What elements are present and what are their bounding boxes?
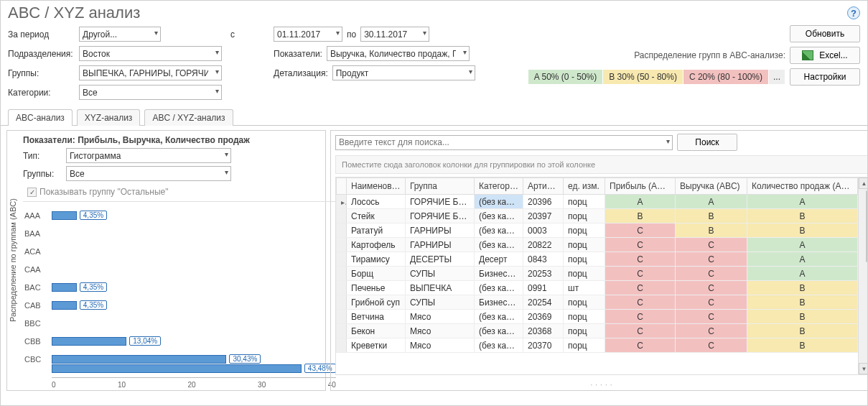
period-select[interactable] [79,27,161,42]
detail-label: Детализация: [274,68,328,78]
abc-cell: C [676,238,747,252]
table-row[interactable]: БеконМясо(без кате...20368порцCCB [337,324,858,338]
chip-more[interactable]: ... [769,70,785,84]
col-category[interactable]: Категория [475,178,523,195]
tab-xyz[interactable]: XYZ-анализ [77,109,141,126]
chart-groups-select[interactable] [66,166,231,181]
abc-cell: C [605,310,676,324]
col-unit[interactable]: ед. изм. [564,178,605,195]
abc-cell: C [676,252,747,267]
chip-c[interactable]: C 20% (80 - 100%) [683,70,769,84]
tab-abcxyz[interactable]: ABC / XYZ-анализ [144,109,233,126]
group-hint[interactable]: Поместите сюда заголовок колонки для гру… [335,155,868,174]
cell: 0843 [523,252,564,267]
from-date[interactable] [274,27,342,42]
bar [52,337,126,346]
cell: (без кате... [475,310,523,324]
cell: порц [564,338,605,353]
bar-category-label: ACA [24,247,49,256]
abc-cell: C [605,338,676,353]
col-revenue-abc[interactable]: Выручка (ABC) [676,178,747,195]
groups-label: Группы: [8,68,75,78]
abc-cell: C [676,324,747,338]
abc-cell: C [605,324,676,338]
abc-cell: A [747,238,858,252]
table-row[interactable]: Грибной супСУПЫБизнес-л...20254порцCCB [337,295,858,310]
indicator-label: Показатели: [274,49,322,59]
groups-select[interactable] [79,65,222,80]
cell: (без кате... [475,223,523,238]
cell: Креветки [347,338,406,353]
table-row[interactable]: ПеченьеВЫПЕЧКА(без кате...0991штCCB [337,281,858,295]
bar-category-label: CBC [24,355,49,364]
bar-row: 43,48% [52,359,336,377]
col-article[interactable]: Артикул [523,178,564,195]
search-input[interactable] [335,135,673,150]
refresh-button[interactable]: Обновить [790,25,860,42]
chip-b[interactable]: B 30% (50 - 80%) [603,70,683,84]
cell: ГОРЯЧИЕ БЛЮДА [406,209,475,223]
abc-cell: B [747,281,858,295]
search-button[interactable]: Поиск [677,134,737,151]
table-row[interactable]: БорщСУПЫБизнес-л...20253порцCCA [337,267,858,281]
abc-cell: A [747,267,858,281]
chip-a[interactable]: A 50% (0 - 50%) [528,70,603,84]
splitter-handle[interactable]: ····· [331,379,868,390]
table-row[interactable]: ТирамисуДЕСЕРТЫДесерт0843порцCCA [337,252,858,267]
show-other-label: Показывать группу "Остальные" [39,187,169,197]
cell: Грибной суп [347,295,406,310]
abc-cell: A [747,195,858,209]
scroll-up-icon[interactable]: ▲ [859,177,868,189]
table-row[interactable]: КреветкиМясо(без кате...20370порцCCB [337,338,858,353]
detail-select[interactable] [332,65,475,80]
bar-row: CAB4,35% [52,296,336,314]
abc-cell: C [676,281,747,295]
bar-row: BBC [52,314,336,332]
cell: порц [564,209,605,223]
col-profit-abc[interactable]: Прибыль (ABC) [605,178,676,195]
cell: 0991 [523,281,564,295]
table-row[interactable]: ▸ЛососьГОРЯЧИЕ БЛЮДА(без кате...20396пор… [337,195,858,209]
division-select[interactable] [79,46,222,61]
to-label: по [347,29,356,40]
cell: порц [564,310,605,324]
categories-select[interactable] [79,85,222,100]
table-row[interactable]: КартофельГАРНИРЫ(без кате...20822порцCCA [337,238,858,252]
cell: СУПЫ [406,267,475,281]
chart-type-select[interactable] [66,148,231,163]
scroll-thumb[interactable] [866,190,867,262]
cell: Бекон [347,324,406,338]
row-indicator [337,223,347,238]
cell: Картофель [347,238,406,252]
bar-category-label: BAA [24,229,49,238]
show-other-checkbox[interactable]: ✓ [27,188,37,197]
table-row[interactable]: ВетчинаМясо(без кате...20369порцCCB [337,310,858,324]
table-row[interactable]: РататуйГАРНИРЫ(без кате...0003порцCBB [337,223,858,238]
excel-button[interactable]: Excel... [790,47,860,64]
cell: Лосось [347,195,406,209]
settings-button[interactable]: Настройки [790,68,860,86]
indicator-select[interactable] [327,46,470,61]
cell: Рататуй [347,223,406,238]
bar-category-label: BAC [24,283,49,292]
help-icon[interactable]: ? [847,6,860,19]
abc-cell: C [676,338,747,353]
page-title: ABC / XYZ анализ [8,4,140,22]
abc-cell: A [605,195,676,209]
col-name[interactable]: Наименование [347,178,406,195]
chart-groups-label: Группы: [23,169,62,179]
abc-cell: C [605,295,676,310]
bar [52,211,77,220]
table-row[interactable]: СтейкГОРЯЧИЕ БЛЮДА(без кате...20397порцB… [337,209,858,223]
tab-abc[interactable]: ABC-анализ [8,109,73,126]
vertical-scrollbar[interactable]: ▲ ▼ [858,177,868,374]
row-indicator: ▸ [337,195,347,209]
abc-chips[interactable]: A 50% (0 - 50%) B 30% (50 - 80%) C 20% (… [528,70,785,84]
to-date[interactable] [360,27,429,42]
chart-type-label: Тип: [23,151,62,161]
scroll-down-icon[interactable]: ▼ [859,363,868,374]
left-vertical-label: Распределение по группам (ABC) [7,131,19,390]
col-group[interactable]: Группа [406,178,475,195]
abc-cell: C [676,267,747,281]
col-qty-abc[interactable]: Количество продаж (ABC) [747,178,858,195]
